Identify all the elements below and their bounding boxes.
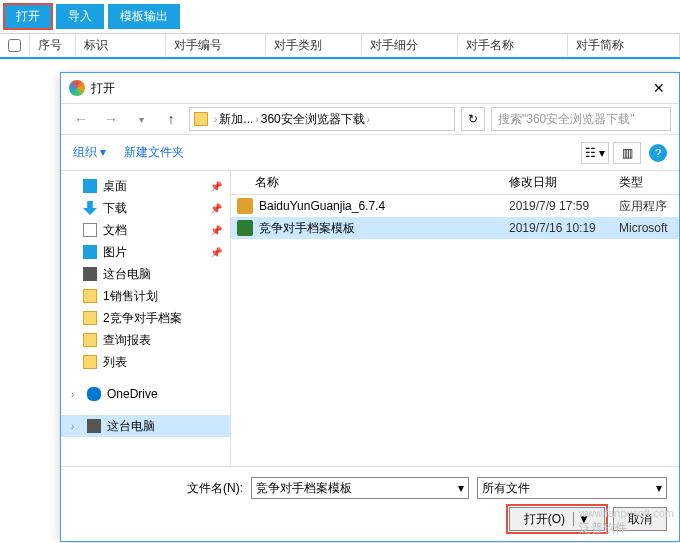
folder-icon [83, 311, 97, 325]
chevron-right-icon: › [212, 114, 219, 125]
col-opp-short[interactable]: 对手简称 [568, 34, 680, 57]
open-button[interactable]: 打开 [4, 4, 52, 29]
select-all-checkbox[interactable] [8, 39, 21, 52]
organize-menu[interactable]: 组织 ▾ [73, 144, 106, 161]
breadcrumb-segment[interactable]: 360安全浏览器下载 [261, 111, 365, 128]
template-output-button[interactable]: 模板输出 [108, 4, 180, 29]
desktop-icon [83, 179, 97, 193]
tree-documents[interactable]: 文档📌 [61, 219, 230, 241]
open-confirm-button[interactable]: 打开(O)▼ [509, 507, 605, 531]
download-icon [83, 201, 97, 215]
cancel-button[interactable]: 取消 [613, 507, 667, 531]
nav-tree: 桌面📌 下载📌 文档📌 图片📌 这台电脑 1销售计划 2竞争对手档案 查询报表 … [61, 171, 231, 466]
preview-pane-button[interactable]: ▥ [613, 142, 641, 164]
nav-dropdown-icon[interactable]: ▾ [129, 107, 153, 131]
tree-downloads[interactable]: 下载📌 [61, 197, 230, 219]
pc-icon [83, 267, 97, 281]
breadcrumb[interactable]: › 新加... › 360安全浏览器下载 › [189, 107, 455, 131]
col-type[interactable]: 类型 [619, 174, 679, 191]
help-icon[interactable]: ? [649, 144, 667, 162]
dialog-title: 打开 [91, 80, 115, 97]
col-opp-no[interactable]: 对手编号 [166, 34, 266, 57]
onedrive-icon [87, 387, 101, 401]
tree-folder-query[interactable]: 查询报表 [61, 329, 230, 351]
col-seq[interactable]: 序号 [30, 34, 76, 57]
file-filter-select[interactable]: 所有文件▾ [477, 477, 667, 499]
search-input[interactable]: 搜索"360安全浏览器下载" [491, 107, 671, 131]
tree-desktop[interactable]: 桌面📌 [61, 175, 230, 197]
new-folder-button[interactable]: 新建文件夹 [124, 144, 184, 161]
chevron-down-icon: ▾ [656, 481, 662, 495]
chevron-right-icon: › [365, 114, 372, 125]
tree-folder-sales[interactable]: 1销售计划 [61, 285, 230, 307]
file-row[interactable]: BaiduYunGuanjia_6.7.4 2019/7/9 17:59 应用程… [231, 195, 679, 217]
col-opp-type[interactable]: 对手类别 [266, 34, 362, 57]
document-icon [83, 223, 97, 237]
nav-up-icon[interactable]: ↑ [159, 107, 183, 131]
excel-icon [237, 220, 253, 236]
pc-icon [87, 419, 101, 433]
close-icon[interactable]: ✕ [647, 80, 671, 96]
table-header: 序号 标识 对手编号 对手类别 对手细分 对手名称 对手简称 [0, 33, 680, 59]
tree-pictures[interactable]: 图片📌 [61, 241, 230, 263]
pin-icon: 📌 [210, 225, 222, 236]
tree-this-pc[interactable]: 这台电脑 [61, 263, 230, 285]
pin-icon: 📌 [210, 203, 222, 214]
exe-icon [237, 198, 253, 214]
file-list-header: 名称 修改日期 类型 [231, 171, 679, 195]
import-button[interactable]: 导入 [56, 4, 104, 29]
folder-icon [83, 355, 97, 369]
chevron-down-icon: ▾ [458, 481, 464, 495]
filename-label: 文件名(N): [73, 480, 243, 497]
col-opp-detail[interactable]: 对手细分 [362, 34, 458, 57]
pin-icon: 📌 [210, 181, 222, 192]
file-row[interactable]: 竞争对手档案模板 2019/7/16 10:19 Microsoft [231, 217, 679, 239]
nav-back-icon[interactable]: ← [69, 107, 93, 131]
filename-input[interactable]: 竞争对手档案模板▾ [251, 477, 469, 499]
picture-icon [83, 245, 97, 259]
chevron-down-icon[interactable]: ▼ [573, 512, 590, 526]
refresh-icon[interactable]: ↻ [461, 107, 485, 131]
nav-forward-icon: → [99, 107, 123, 131]
breadcrumb-segment[interactable]: 新加... [219, 111, 253, 128]
col-opp-name[interactable]: 对手名称 [458, 34, 568, 57]
pin-icon: 📌 [210, 247, 222, 258]
tree-folder-list[interactable]: 列表 [61, 351, 230, 373]
tree-this-pc-root[interactable]: ›这台电脑 [61, 415, 230, 437]
folder-icon [194, 112, 208, 126]
col-date[interactable]: 修改日期 [509, 174, 619, 191]
tree-folder-opponent[interactable]: 2竞争对手档案 [61, 307, 230, 329]
chevron-right-icon: › [253, 114, 260, 125]
app-icon [69, 80, 85, 96]
tree-onedrive[interactable]: ›OneDrive [61, 383, 230, 405]
open-file-dialog: 打开 ✕ ← → ▾ ↑ › 新加... › 360安全浏览器下载 › ↻ 搜索… [60, 72, 680, 542]
folder-icon [83, 333, 97, 347]
col-mark[interactable]: 标识 [76, 34, 166, 57]
view-mode-button[interactable]: ☷ ▾ [581, 142, 609, 164]
folder-icon [83, 289, 97, 303]
col-name[interactable]: 名称 [255, 174, 509, 191]
